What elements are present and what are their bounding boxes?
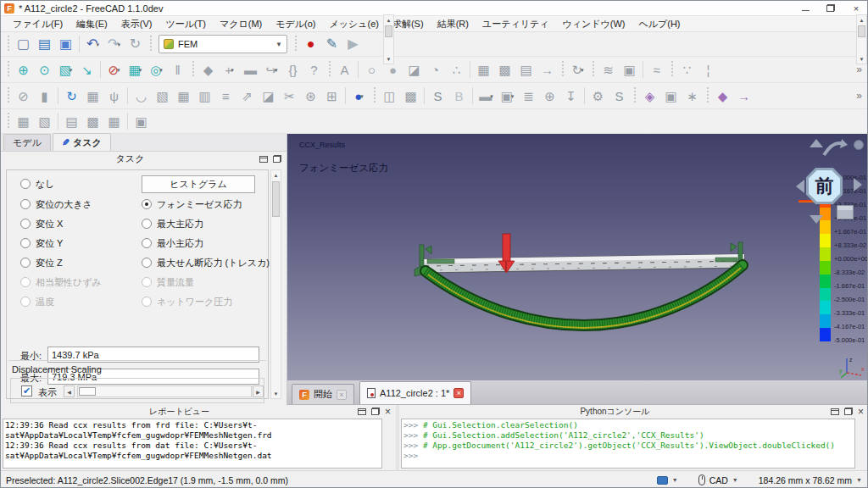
histogram-button[interactable]: ヒストグラム — [142, 175, 255, 193]
tab-model[interactable]: モデル — [3, 134, 51, 151]
tab-start-page[interactable]: F 開始 × — [292, 384, 354, 404]
scroll-up-icon[interactable]: ▲ — [271, 170, 281, 180]
solid-element-button[interactable]: ▦ — [174, 86, 193, 106]
fem-mesh-grid-button[interactable]: ▦ — [83, 86, 103, 106]
navigation-cube[interactable]: 前 — [806, 168, 843, 204]
thermal-probe-button[interactable]: ¦ — [698, 59, 718, 80]
tab-document[interactable]: A112_circle2 : 1* × — [359, 381, 471, 404]
ellipsoid-button[interactable]: ○ — [362, 59, 381, 80]
restore-button[interactable] — [818, 1, 843, 15]
toolbar-grip[interactable] — [327, 61, 331, 78]
slider-thumb[interactable] — [79, 387, 96, 396]
standard-views-button[interactable]: ▦▾ — [125, 59, 145, 80]
report-view-log[interactable]: 12:39:36 Read ccx results from frd file:… — [3, 419, 382, 469]
beam-rotation-button[interactable]: ▬▾ — [476, 86, 496, 106]
whats-this-button[interactable]: ? — [304, 59, 324, 80]
toolbar-overflow-button[interactable]: » — [856, 90, 862, 102]
scroll-thumb[interactable] — [385, 25, 392, 37]
toolbar-grip[interactable] — [632, 87, 637, 104]
mesh-refine-b-button[interactable]: ▧ — [35, 111, 54, 131]
solve-recompute-button[interactable]: ↻ — [62, 86, 81, 106]
element-geometry-button[interactable]: ▥ — [195, 86, 214, 106]
open-document-button[interactable]: ▤ — [35, 34, 54, 54]
solver-run-button[interactable]: S — [609, 86, 629, 106]
report-scrollbar[interactable]: ▲ ▼ — [383, 14, 394, 64]
constraint-force-button[interactable]: ⇗ — [237, 86, 257, 106]
close-icon[interactable]: × — [385, 408, 391, 415]
chevron-down-icon[interactable]: ▼ — [856, 477, 862, 483]
post-info-box-button[interactable]: ▣ — [620, 59, 639, 80]
mesh-box-b-button[interactable]: ▦ — [104, 111, 124, 131]
navcube-down-arrow[interactable] — [810, 215, 823, 224]
menu-item-windows[interactable]: ウィンドウ(W) — [555, 16, 632, 32]
analysis-deactivate-button[interactable]: ⊘ — [14, 86, 33, 106]
navcube-mini-cube[interactable] — [837, 205, 854, 219]
solver-standard-button[interactable]: S — [428, 86, 448, 106]
measure-button[interactable]: ‖ — [168, 59, 187, 80]
constraint-temperature-button[interactable]: ↧ — [561, 86, 581, 106]
toolbar-overflow-button[interactable]: » — [856, 64, 862, 75]
toolbar-grip[interactable] — [372, 87, 376, 104]
scroll-down-icon[interactable]: ▼ — [857, 54, 866, 64]
toolbar-grip[interactable] — [6, 87, 10, 104]
scale-slider[interactable] — [77, 385, 252, 397]
toolbar-grip[interactable] — [148, 36, 153, 53]
dock-icon[interactable] — [831, 408, 839, 415]
redo-button[interactable]: ↷▾ — [104, 34, 124, 54]
new-document-button[interactable]: ▢ — [14, 34, 33, 54]
macro-run-button[interactable]: ▶ — [343, 34, 363, 54]
mesh-refine-a-button[interactable]: ▦ — [14, 111, 33, 131]
toolbar-grip[interactable] — [6, 113, 10, 130]
scroll-down-icon[interactable]: ▼ — [384, 54, 393, 64]
radio-left-2[interactable]: 変位 X — [20, 217, 63, 230]
menu-item-macro[interactable]: マクロ(M) — [213, 16, 269, 32]
placement-button[interactable]: +▾ — [220, 59, 239, 80]
float-icon[interactable] — [371, 408, 380, 415]
beam-section-button[interactable]: ◡ — [131, 86, 151, 106]
post-filter-a-button[interactable]: ◆ — [713, 86, 732, 106]
scroll-thumb[interactable] — [272, 181, 280, 217]
constraint-planar-button[interactable]: ⊕ — [540, 86, 559, 106]
constraint-fixed-set-button[interactable]: ≣ — [519, 86, 538, 106]
save-document-button[interactable]: ▣ — [56, 34, 75, 54]
group-button[interactable]: ▬ — [241, 59, 260, 80]
scroll-up-icon[interactable]: ▲ — [384, 15, 393, 25]
menu-item-edit[interactable]: 編集(E) — [70, 16, 114, 32]
macro-edit-button[interactable]: ✎ — [322, 34, 342, 54]
dock-icon[interactable] — [259, 156, 268, 163]
layered-shell-button[interactable]: ≡ — [216, 86, 236, 106]
chevron-down-icon[interactable]: ▼ — [672, 477, 678, 483]
post-pipeline-button[interactable]: ◈ — [640, 86, 659, 106]
tab-task[interactable]: ✎タスク — [53, 133, 111, 151]
mesh-clip-box-button[interactable]: ◫ — [380, 86, 399, 106]
zoom-selection-button[interactable]: ⊙ — [35, 59, 54, 80]
toolbar-grip[interactable] — [293, 36, 298, 53]
radio-right-1[interactable]: 最大主応力 — [142, 217, 203, 230]
menu-item-results[interactable]: 結果(R) — [431, 16, 476, 32]
radio-right-3[interactable]: 最大せん断応力 (トレスカ) — [142, 256, 270, 269]
chevron-down-icon[interactable]: ▼ — [732, 477, 738, 483]
toolbar-grip[interactable] — [6, 36, 10, 53]
navcube-rotate-arrow[interactable] — [821, 136, 849, 160]
zoom-tools-button[interactable]: ◎▾ — [147, 59, 166, 80]
expression-editor-button[interactable]: {} — [283, 59, 303, 80]
post-functions-button[interactable]: ≈ — [647, 59, 666, 80]
undo-button[interactable]: ↶▾ — [83, 34, 103, 54]
3d-viewport[interactable]: CCX_Results フォンミーゼス応力 — [287, 134, 868, 380]
mesh-pair-button[interactable]: ▣ — [131, 111, 151, 131]
post-warp-vector-button[interactable]: ∗ — [682, 86, 702, 106]
zoom-fit-all-button[interactable]: ⊕ — [14, 59, 33, 80]
surface-filter-button[interactable]: ◪ — [404, 59, 424, 80]
sphere-section-button[interactable]: ◔ — [426, 59, 445, 80]
refresh-button[interactable]: ↻ — [125, 34, 145, 54]
python-scrollbar[interactable]: ▲ ▼ — [856, 14, 867, 64]
text-annotation-button[interactable]: A — [335, 59, 354, 80]
close-icon[interactable]: × — [858, 408, 864, 415]
toolbar-grip[interactable] — [6, 61, 10, 78]
close-button[interactable]: × — [843, 1, 868, 15]
constraint-pressure-button[interactable]: ●▾ — [349, 86, 369, 106]
nav-style-value[interactable]: CAD — [709, 475, 728, 485]
radio-right-0[interactable]: フォンミーゼス応力 — [142, 197, 242, 211]
post-filter-b-button[interactable]: → — [734, 86, 754, 106]
float-icon[interactable] — [844, 408, 853, 415]
